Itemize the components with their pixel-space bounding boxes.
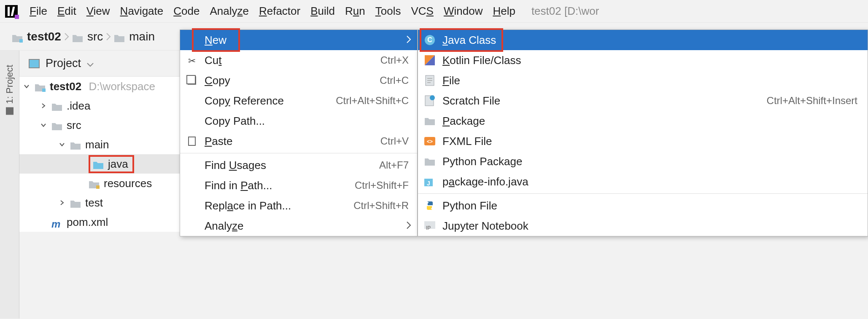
module-folder-icon xyxy=(35,82,46,91)
project-tab-icon xyxy=(6,107,13,115)
submenu-item-package[interactable]: Package xyxy=(418,111,868,131)
svg-text:J: J xyxy=(427,180,430,186)
menu-item-copy-reference[interactable]: Copy ReferenceCtrl+Alt+Shift+C xyxy=(180,91,417,111)
folder-icon xyxy=(51,121,62,130)
menu-window[interactable]: Window xyxy=(439,3,487,19)
menu-refactor[interactable]: Refactor xyxy=(255,3,305,19)
source-folder-icon xyxy=(93,159,104,169)
submenu-item-file[interactable]: File xyxy=(418,70,868,91)
menu-item-shortcut: Ctrl+C xyxy=(380,75,409,86)
breadcrumb-separator-icon xyxy=(64,31,70,43)
menu-item-replace-in-path[interactable]: Replace in Path...Ctrl+Shift+R xyxy=(180,196,417,216)
menu-item-find-in-path[interactable]: Find in Path...Ctrl+Shift+F xyxy=(180,175,417,196)
menu-item-label: Copy Path... xyxy=(205,115,409,128)
fxml-icon: <> xyxy=(424,135,436,147)
tree-label: src xyxy=(67,119,81,132)
tree-node-java[interactable]: java xyxy=(19,154,180,174)
menu-item-find-usages[interactable]: Find UsagesAlt+F7 xyxy=(180,155,417,175)
menu-bar: FileEditViewNavigateCodeAnalyzeRefactorB… xyxy=(0,0,868,23)
cut-icon xyxy=(186,54,198,66)
submenu-item-java-class[interactable]: CJava Class xyxy=(418,30,868,50)
menu-item-label: New xyxy=(205,34,409,47)
icon-placeholder xyxy=(186,220,198,232)
menu-file[interactable]: File xyxy=(25,3,51,19)
menu-view[interactable]: View xyxy=(82,3,114,19)
tree-node--idea[interactable]: .idea xyxy=(19,96,180,115)
tree-node-root[interactable]: test02 D:\workspace xyxy=(19,77,180,96)
tree-node-pom-xml[interactable]: mpom.xml xyxy=(19,212,180,232)
menu-item-shortcut: Ctrl+X xyxy=(380,54,409,66)
menu-item-shortcut: Alt+F7 xyxy=(379,159,409,171)
svg-rect-0 xyxy=(19,39,23,43)
submenu-item-label: Kotlin File/Class xyxy=(442,54,857,67)
menu-tools[interactable]: Tools xyxy=(371,3,405,19)
svg-point-20 xyxy=(430,95,435,100)
tree-node-src[interactable]: src xyxy=(19,115,180,135)
submenu-arrow-icon xyxy=(406,220,411,233)
menu-edit[interactable]: Edit xyxy=(53,3,81,19)
kotlin-icon xyxy=(424,54,436,66)
submenu-item-kotlin-file-class[interactable]: Kotlin File/Class xyxy=(418,50,868,70)
menu-item-label: Replace in Path... xyxy=(205,199,347,212)
expand-arrow-icon[interactable] xyxy=(23,83,30,90)
breadcrumb-src[interactable]: src xyxy=(72,30,103,43)
pkg-info-icon: J xyxy=(424,176,436,188)
submenu-item-scratch-file[interactable]: Scratch FileCtrl+Alt+Shift+Insert xyxy=(418,91,868,111)
menu-vcs[interactable]: VCS xyxy=(407,3,437,19)
svg-rect-8 xyxy=(96,185,100,189)
file-icon xyxy=(424,75,436,86)
menu-build[interactable]: Build xyxy=(306,3,339,19)
menu-item-copy[interactable]: CopyCtrl+C xyxy=(180,70,417,91)
folder-icon xyxy=(114,32,125,41)
arrow-placeholder xyxy=(77,160,84,168)
submenu-item-jupyter-notebook[interactable]: IPJupyter Notebook xyxy=(418,216,868,236)
menu-item-label: Cut xyxy=(205,54,374,67)
menu-item-shortcut: Ctrl+Shift+F xyxy=(355,180,409,191)
submenu-item-python-file[interactable]: Python File xyxy=(418,196,868,216)
tree-node-resources[interactable]: resources xyxy=(19,174,180,193)
submenu-item-label: Python File xyxy=(442,199,857,212)
side-tab-project[interactable]: 1: Project xyxy=(4,65,15,115)
submenu-item-label: Python Package xyxy=(442,155,857,168)
collapse-arrow-icon[interactable] xyxy=(58,141,66,148)
tree-label: test02 xyxy=(50,80,81,93)
submenu-item-python-package[interactable]: Python Package xyxy=(418,151,868,172)
jupyter-icon: IP xyxy=(424,220,436,232)
context-submenu-new: CJava ClassKotlin File/ClassFileScratch … xyxy=(418,29,868,236)
menu-analyze[interactable]: Analyze xyxy=(205,3,253,19)
tree-node-test[interactable]: test xyxy=(19,193,180,212)
menu-item-label: Copy Reference xyxy=(205,94,329,107)
menu-item-label: Find in Path... xyxy=(205,179,348,192)
expand-arrow-icon[interactable] xyxy=(58,199,66,206)
menu-item-label: Analyze xyxy=(205,220,409,233)
breadcrumb-label: test02 xyxy=(27,30,61,43)
submenu-item-label: Package xyxy=(442,115,857,128)
breadcrumb-test02[interactable]: test02 xyxy=(12,30,61,43)
tree-label: java xyxy=(108,158,128,171)
folder-icon xyxy=(51,101,62,110)
menu-item-cut[interactable]: CutCtrl+X xyxy=(180,50,417,70)
menu-run[interactable]: Run xyxy=(341,3,369,19)
tree-label: .idea xyxy=(67,99,90,113)
tree-node-main[interactable]: main xyxy=(19,135,180,154)
submenu-item-package-info-java[interactable]: Jpackage-info.java xyxy=(418,172,868,192)
submenu-item-label: Jupyter Notebook xyxy=(442,220,857,233)
submenu-item-fxml-file[interactable]: <>FXML File xyxy=(418,131,868,151)
project-panel-header[interactable]: Project xyxy=(19,51,180,77)
menu-item-analyze[interactable]: Analyze xyxy=(180,216,417,236)
collapse-arrow-icon[interactable] xyxy=(40,121,47,129)
project-tree[interactable]: test02 D:\workspace .idea src main java … xyxy=(19,77,180,232)
menu-code[interactable]: Code xyxy=(169,3,204,19)
menu-help[interactable]: Help xyxy=(488,3,519,19)
app-icon xyxy=(5,5,18,18)
menu-item-new[interactable]: New xyxy=(180,30,417,50)
submenu-arrow-icon xyxy=(406,34,411,47)
menu-navigate[interactable]: Navigate xyxy=(116,3,168,19)
expand-arrow-icon[interactable] xyxy=(40,102,47,110)
icon-placeholder xyxy=(186,200,198,212)
breadcrumb-main[interactable]: main xyxy=(114,30,155,43)
menu-item-paste[interactable]: PasteCtrl+V xyxy=(180,131,417,151)
scratch-icon xyxy=(424,95,436,107)
menu-item-copy-path[interactable]: Copy Path... xyxy=(180,111,417,131)
svg-text:<>: <> xyxy=(427,139,433,145)
